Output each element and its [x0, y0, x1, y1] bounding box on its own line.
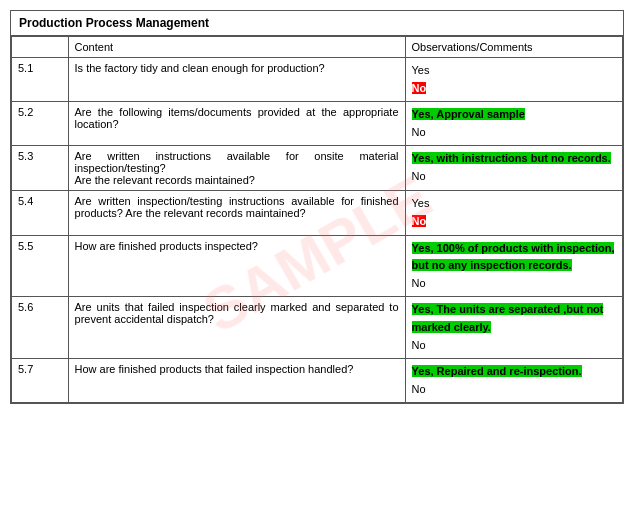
table-row: 5.3Are written instructions available fo… [12, 146, 623, 191]
row-observations: YesNo [405, 58, 622, 102]
observation-green: Yes, Approval sample [412, 108, 525, 120]
observation-plain: No [412, 170, 426, 182]
row-observations: Yes, The units are separated ,but not ma… [405, 297, 622, 359]
table-row: 5.7How are finished products that failed… [12, 359, 623, 403]
row-num: 5.4 [12, 191, 69, 235]
row-content: How are finished products that failed in… [68, 359, 405, 403]
observation-plain: No [412, 339, 426, 351]
observation-green: Yes, The units are separated ,but not ma… [412, 303, 604, 333]
table-row: 5.1Is the factory tidy and clean enough … [12, 58, 623, 102]
row-observations: YesNo [405, 191, 622, 235]
row-content: Are written inspection/testing instructi… [68, 191, 405, 235]
table-title: Production Process Management [11, 11, 623, 36]
production-table: Production Process Management Content Ob… [10, 10, 624, 404]
observation-plain: No [412, 277, 426, 289]
header-content: Content [68, 37, 405, 58]
observation-plain: Yes [412, 64, 430, 76]
row-content: Are units that failed inspection clearly… [68, 297, 405, 359]
row-num: 5.6 [12, 297, 69, 359]
observation-plain: No [412, 383, 426, 395]
observation-green: Yes, 100% of products with inspection, b… [412, 242, 615, 272]
observation-plain: No [412, 126, 426, 138]
row-num: 5.1 [12, 58, 69, 102]
observation-green: Yes, Repaired and re-inspection. [412, 365, 582, 377]
header-observations: Observations/Comments [405, 37, 622, 58]
row-observations: Yes, Repaired and re-inspection.No [405, 359, 622, 403]
row-observations: Yes, Approval sampleNo [405, 102, 622, 146]
header-num [12, 37, 69, 58]
row-num: 5.3 [12, 146, 69, 191]
row-num: 5.7 [12, 359, 69, 403]
row-content: Is the factory tidy and clean enough for… [68, 58, 405, 102]
row-observations: Yes, with inistructions but no records.N… [405, 146, 622, 191]
table-row: 5.5How are finished products inspected?Y… [12, 235, 623, 297]
observation-green: Yes, with inistructions but no records. [412, 152, 611, 164]
row-num: 5.5 [12, 235, 69, 297]
observation-plain: Yes [412, 197, 430, 209]
row-content: How are finished products inspected? [68, 235, 405, 297]
row-observations: Yes, 100% of products with inspection, b… [405, 235, 622, 297]
row-content: Are the following items/documents provid… [68, 102, 405, 146]
table-row: 5.6Are units that failed inspection clea… [12, 297, 623, 359]
table-row: 5.4Are written inspection/testing instru… [12, 191, 623, 235]
observation-red: No [412, 82, 427, 94]
observation-red: No [412, 215, 427, 227]
row-content: Are written instructions available for o… [68, 146, 405, 191]
row-num: 5.2 [12, 102, 69, 146]
table-row: 5.2Are the following items/documents pro… [12, 102, 623, 146]
